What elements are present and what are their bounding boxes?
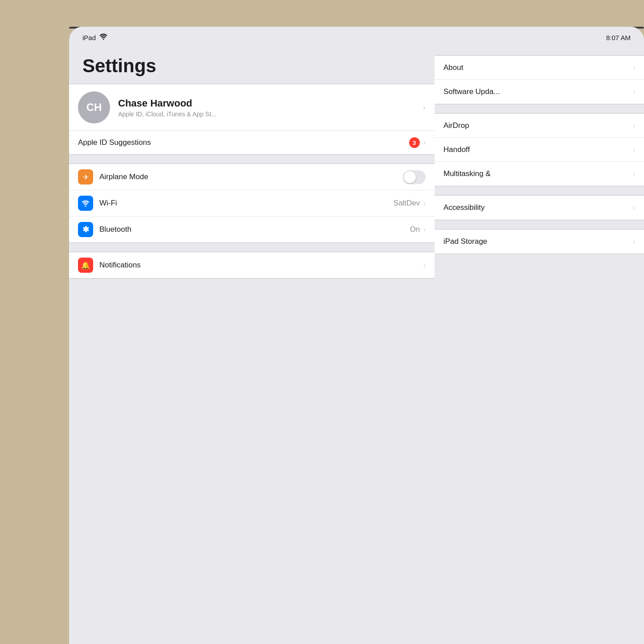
bluetooth-item[interactable]: ✱ Bluetooth On › bbox=[69, 217, 435, 242]
wifi-label: Wi-Fi bbox=[99, 199, 394, 208]
bluetooth-label: Bluetooth bbox=[99, 225, 410, 234]
svg-point-1 bbox=[85, 205, 86, 207]
status-left: iPad bbox=[82, 33, 107, 41]
settings-section-connectivity: ✈ Airplane Mode bbox=[69, 164, 435, 243]
airplane-mode-icon: ✈ bbox=[78, 169, 93, 185]
notifications-chevron-icon: › bbox=[423, 262, 426, 269]
wifi-icon bbox=[99, 33, 107, 41]
account-info: Chase Harwood Apple ID, iCloud, iTunes &… bbox=[118, 98, 423, 118]
accessibility-chevron-icon: › bbox=[633, 204, 635, 211]
right-section-accessibility: Accessibility › bbox=[435, 195, 644, 220]
multitasking-label: Multitasking & bbox=[443, 169, 633, 178]
multitasking-chevron-icon: › bbox=[633, 170, 635, 177]
carrier-label: iPad bbox=[82, 34, 96, 41]
device-frame: iPad 8:07 AM Settings bbox=[69, 27, 644, 644]
avatar: CH bbox=[78, 91, 110, 123]
about-item[interactable]: About › bbox=[435, 56, 644, 80]
suggestions-badge: 3 bbox=[409, 137, 420, 148]
accessibility-item[interactable]: Accessibility › bbox=[435, 196, 644, 220]
right-section-sharing: AirDrop › Handoff › Multitasking & › bbox=[435, 113, 644, 186]
page-title: Settings bbox=[69, 46, 435, 84]
ipad-storage-label: iPad Storage bbox=[443, 237, 633, 246]
bluetooth-value: On bbox=[410, 225, 420, 234]
account-row[interactable]: CH Chase Harwood Apple ID, iCloud, iTune… bbox=[69, 84, 435, 131]
ipad-storage-item[interactable]: iPad Storage › bbox=[435, 230, 644, 254]
airplane-mode-label: Airplane Mode bbox=[99, 172, 403, 181]
airdrop-chevron-icon: › bbox=[633, 122, 635, 129]
time-label: 8:07 AM bbox=[606, 34, 631, 41]
notifications-icon: 🔔 bbox=[78, 258, 93, 273]
software-update-item[interactable]: Software Upda... › bbox=[435, 80, 644, 104]
software-update-chevron-icon: › bbox=[633, 88, 635, 95]
notifications-item[interactable]: 🔔 Notifications › bbox=[69, 252, 435, 278]
wifi-item[interactable]: Wi-Fi SaltDev › bbox=[69, 190, 435, 217]
toggle-knob bbox=[404, 171, 416, 183]
right-panel: About › Software Upda... › AirDrop › bbox=[435, 46, 644, 644]
wifi-chevron-icon: › bbox=[423, 200, 426, 207]
wifi-settings-icon bbox=[78, 196, 93, 211]
content-area: Settings CH Chase Harwood Apple ID, iClo… bbox=[69, 46, 644, 644]
airdrop-label: AirDrop bbox=[443, 121, 633, 130]
handoff-item[interactable]: Handoff › bbox=[435, 138, 644, 162]
handoff-label: Handoff bbox=[443, 145, 633, 154]
account-name: Chase Harwood bbox=[118, 98, 423, 109]
account-chevron-icon: › bbox=[423, 103, 426, 112]
about-label: About bbox=[443, 63, 633, 72]
handoff-chevron-icon: › bbox=[633, 146, 635, 153]
left-panel: Settings CH Chase Harwood Apple ID, iClo… bbox=[69, 46, 435, 644]
airplane-mode-item[interactable]: ✈ Airplane Mode bbox=[69, 164, 435, 190]
wifi-value: SaltDev bbox=[394, 199, 420, 208]
status-bar: iPad 8:07 AM bbox=[69, 27, 644, 46]
bluetooth-chevron-icon: › bbox=[423, 226, 426, 233]
right-section-general: About › Software Upda... › bbox=[435, 55, 644, 104]
accessibility-label: Accessibility bbox=[443, 203, 633, 212]
airdrop-item[interactable]: AirDrop › bbox=[435, 114, 644, 138]
svg-point-0 bbox=[103, 39, 104, 40]
ipad-storage-chevron-icon: › bbox=[633, 238, 635, 245]
notifications-label: Notifications bbox=[99, 261, 423, 270]
software-update-label: Software Upda... bbox=[443, 87, 633, 96]
about-chevron-icon: › bbox=[633, 64, 635, 71]
apple-id-suggestions-row[interactable]: Apple ID Suggestions 3 › bbox=[69, 131, 435, 154]
multitasking-item[interactable]: Multitasking & › bbox=[435, 162, 644, 186]
screen: iPad 8:07 AM Settings bbox=[69, 27, 644, 644]
settings-section-notifications: 🔔 Notifications › bbox=[69, 252, 435, 279]
right-section-storage: iPad Storage › bbox=[435, 229, 644, 254]
account-subtitle: Apple ID, iCloud, iTunes & App St... bbox=[118, 111, 423, 118]
suggestions-label: Apple ID Suggestions bbox=[78, 138, 409, 147]
account-section: CH Chase Harwood Apple ID, iCloud, iTune… bbox=[69, 84, 435, 155]
bluetooth-icon: ✱ bbox=[78, 222, 93, 237]
suggestions-chevron-icon: › bbox=[423, 139, 426, 147]
airplane-mode-toggle[interactable] bbox=[403, 170, 426, 184]
